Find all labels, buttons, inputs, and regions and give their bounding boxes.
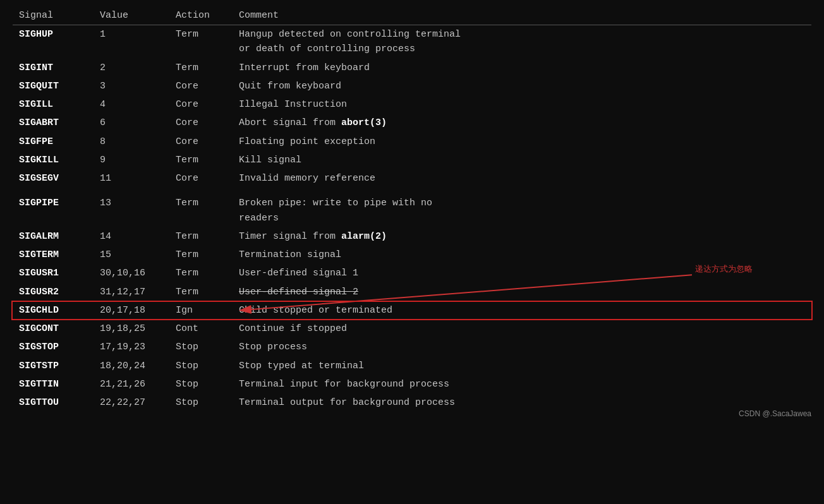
cell-comment: Stop process: [234, 338, 811, 356]
cell-action: Term: [171, 227, 234, 246]
table-row: SIGPIPE13TermBroken pipe: write to pipe …: [13, 194, 811, 227]
bold-word: abort(3): [341, 117, 387, 128]
header-action: Action: [171, 6, 234, 25]
cell-comment: Timer signal from alarm(2): [234, 227, 811, 246]
cell-signal: SIGUSR1: [13, 264, 95, 282]
cell-comment: Illegal Instruction: [234, 95, 811, 114]
cell-value: 15: [95, 246, 171, 264]
cell-signal: SIGPIPE: [13, 194, 95, 227]
cell-comment: Terminal input for background process: [234, 375, 811, 393]
cell-signal: SIGTTOU: [13, 393, 95, 412]
cell-value: 6: [95, 114, 171, 132]
cell-signal: SIGTTIN: [13, 375, 95, 393]
cell-signal: SIGSTOP: [13, 338, 95, 356]
cell-comment: Child stopped or terminated: [234, 301, 811, 320]
cell-action: Core: [171, 133, 234, 151]
cell-value: 31,12,17: [95, 283, 171, 301]
signal-name: SIGTSTP: [19, 361, 59, 371]
signal-name: SIGUSR2: [19, 287, 59, 297]
cell-signal: SIGQUIT: [13, 77, 95, 95]
spacer-row: [13, 188, 811, 194]
cell-action: Term: [171, 151, 234, 169]
signal-name: SIGALRM: [19, 231, 59, 242]
cell-action: Cont: [171, 320, 234, 338]
cell-signal: SIGTERM: [13, 246, 95, 264]
table-row: SIGSEGV11CoreInvalid memory reference: [13, 169, 811, 188]
cell-action: Term: [171, 59, 234, 77]
cell-value: 1: [95, 25, 171, 59]
cell-value: 14: [95, 227, 171, 246]
cell-comment: Broken pipe: write to pipe with noreader…: [234, 194, 811, 227]
signal-name: SIGCHLD: [19, 305, 59, 316]
cell-comment: Abort signal from abort(3): [234, 114, 811, 132]
cell-signal: SIGHUP: [13, 25, 95, 59]
cell-signal: SIGALRM: [13, 227, 95, 246]
cell-action: Core: [171, 114, 234, 132]
cell-signal: SIGSEGV: [13, 169, 95, 188]
cell-signal: SIGINT: [13, 59, 95, 77]
cell-action: Ign: [171, 301, 234, 320]
cell-value: 30,10,16: [95, 264, 171, 282]
cell-value: 4: [95, 95, 171, 114]
cell-comment: Hangup detected on controlling terminalo…: [234, 25, 811, 59]
signal-name: SIGHUP: [19, 29, 53, 40]
cell-comment: Continue if stopped: [234, 320, 811, 338]
cell-comment: Kill signal: [234, 151, 811, 169]
cell-signal: SIGCHLD: [13, 301, 95, 320]
table-header-row: Signal Value Action Comment: [13, 6, 811, 25]
table-row: SIGTSTP18,20,24StopStop typed at termina…: [13, 357, 811, 375]
cell-comment: Terminal output for background process: [234, 393, 811, 412]
cell-action: Term: [171, 194, 234, 227]
cell-action: Term: [171, 283, 234, 301]
header-signal: Signal: [13, 6, 95, 25]
signal-name: SIGFPE: [19, 136, 53, 147]
header-comment: Comment: [234, 6, 811, 25]
header-value: Value: [95, 6, 171, 25]
signal-name: SIGILL: [19, 99, 53, 110]
cell-action: Stop: [171, 393, 234, 412]
table-row: SIGUSR231,12,17TermUser-defined signal 2: [13, 283, 811, 301]
cell-signal: SIGFPE: [13, 133, 95, 151]
table-row: SIGILL4CoreIllegal Instruction: [13, 95, 811, 114]
table-row: SIGKILL9TermKill signal: [13, 151, 811, 169]
cell-comment: Floating point exception: [234, 133, 811, 151]
signal-name: SIGPIPE: [19, 198, 59, 208]
cell-value: 21,21,26: [95, 375, 171, 393]
cell-comment: Invalid memory reference: [234, 169, 811, 188]
signal-name: SIGCONT: [19, 323, 59, 334]
cell-comment: Quit from keyboard: [234, 77, 811, 95]
table-row: SIGCONT19,18,25ContContinue if stopped: [13, 320, 811, 338]
csdn-watermark: CSDN @.SacaJawea: [739, 409, 811, 418]
cell-action: Core: [171, 169, 234, 188]
cell-value: 8: [95, 133, 171, 151]
table-row: SIGTTOU22,22,27StopTerminal output for b…: [13, 393, 811, 412]
cell-action: Stop: [171, 375, 234, 393]
table-row: SIGFPE8CoreFloating point exception: [13, 133, 811, 151]
cell-value: 18,20,24: [95, 357, 171, 375]
cell-value: 3: [95, 77, 171, 95]
table-row: SIGHUP1TermHangup detected on controllin…: [13, 25, 811, 59]
table-row: SIGSTOP17,19,23StopStop process: [13, 338, 811, 356]
cell-value: 20,17,18: [95, 301, 171, 320]
signal-table: Signal Value Action Comment SIGHUP1TermH…: [13, 6, 811, 412]
cell-value: 9: [95, 151, 171, 169]
signal-name: SIGQUIT: [19, 81, 59, 92]
signal-name: SIGTTOU: [19, 397, 59, 408]
cell-value: 2: [95, 59, 171, 77]
cell-comment: User-defined signal 1: [234, 264, 811, 282]
signal-name: SIGTERM: [19, 249, 59, 260]
signal-name: SIGTTIN: [19, 379, 59, 390]
table-row: SIGABRT6CoreAbort signal from abort(3): [13, 114, 811, 132]
cell-signal: SIGILL: [13, 95, 95, 114]
cell-comment: Stop typed at terminal: [234, 357, 811, 375]
cell-comment: User-defined signal 2: [234, 283, 811, 301]
cell-action: Stop: [171, 338, 234, 356]
table-row: SIGUSR130,10,16TermUser-defined signal 1: [13, 264, 811, 282]
cell-value: 22,22,27: [95, 393, 171, 412]
strikethrough-text: User-defined signal 2: [239, 287, 358, 297]
table-row: SIGTERM15TermTermination signal: [13, 246, 811, 264]
cell-signal: SIGCONT: [13, 320, 95, 338]
bold-word: alarm(2): [341, 231, 387, 242]
table-row: SIGQUIT3CoreQuit from keyboard: [13, 77, 811, 95]
cell-action: Core: [171, 95, 234, 114]
